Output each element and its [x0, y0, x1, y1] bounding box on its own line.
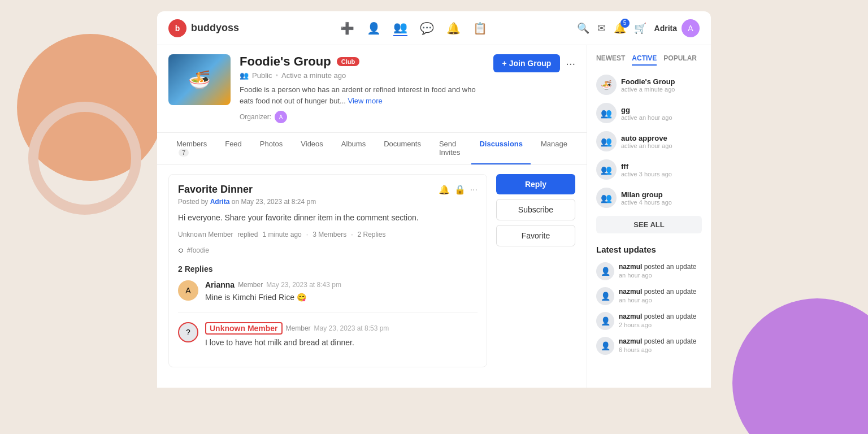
tab-albums[interactable]: Albums [333, 133, 374, 164]
group-list-name-milan[interactable]: Milan group [621, 190, 702, 199]
user-name: Adrita [654, 24, 677, 33]
see-all-button[interactable]: SEE ALL [596, 216, 702, 233]
post-footer: Unknown Member replied 1 minute ago · 3 … [178, 231, 478, 238]
group-list-name-fff[interactable]: fff [621, 162, 702, 171]
group-list-avatar-milan: 👥 [596, 188, 617, 208]
visibility-icon: 👥 [240, 71, 249, 80]
replies-count: 2 Replies [358, 231, 386, 238]
profile-icon[interactable]: 👤 [367, 21, 381, 35]
replies-title: 2 Replies [178, 264, 478, 274]
reply-role-unknown: Member [286, 324, 311, 332]
favorite-button[interactable]: Favorite [496, 225, 575, 246]
organizer-avatar: A [275, 111, 287, 123]
group-list-item-gg: 👥 gg active an hour ago [596, 103, 702, 123]
notification-icon[interactable]: 🔔 5 [614, 22, 626, 34]
tab-send-invites[interactable]: Send Invites [431, 133, 469, 164]
navbar: b buddyoss ➕ 👤 👥 💬 🔔 📋 🔍 ✉ 🔔 5 🛒 Adrita … [157, 11, 711, 45]
reply-date-unknown: May 23, 2023 at 8:53 pm [314, 324, 389, 332]
join-group-button[interactable]: + Join Group [493, 54, 561, 72]
group-list-time-autoapprove: active an hour ago [621, 142, 702, 149]
user-avatar: A [682, 19, 700, 37]
group-list-time-fff: active 3 hours ago [621, 171, 702, 177]
main-wrapper: b buddyoss ➕ 👤 👥 💬 🔔 📋 🔍 ✉ 🔔 5 🛒 Adrita … [0, 0, 868, 388]
notification-badge: 5 [620, 19, 630, 28]
update-item-3: 👤 nazmul posted an update 2 hours ago [596, 312, 702, 330]
tab-discussions[interactable]: Discussions [471, 133, 531, 164]
reply-author-name: Arianna [205, 280, 235, 289]
group-list-avatar-foodie: 🍜 [596, 75, 617, 95]
post-author-link[interactable]: Adrita [210, 198, 230, 206]
add-icon[interactable]: ➕ [340, 21, 354, 35]
replied-by: Unknown Member [178, 231, 233, 238]
post-title-icons: 🔔 🔒 ··· [439, 184, 478, 195]
post-title-row: Favorite Dinner 🔔 🔒 ··· [178, 184, 478, 196]
post-tag[interactable]: #foodie [187, 245, 209, 255]
active-time: Active a minute ago [281, 71, 346, 80]
nav-icons: ➕ 👤 👥 💬 🔔 📋 [259, 20, 568, 36]
reply-button[interactable]: Reply [496, 174, 575, 194]
group-list-info-fff: fff active 3 hours ago [621, 162, 702, 177]
reply-role: Member [238, 281, 263, 289]
groups-icon[interactable]: 👥 [393, 20, 407, 36]
discussion-main: Favorite Dinner 🔔 🔒 ··· Posted by Adrita… [168, 174, 487, 367]
update-avatar-4: 👤 [596, 337, 614, 355]
lock-icon[interactable]: 🔒 [454, 184, 466, 195]
bell-post-icon[interactable]: 🔔 [439, 184, 450, 195]
group-list-info-foodie: Foodie's Group active a minute ago [621, 77, 702, 93]
reply-avatar-arianna: A [178, 280, 198, 301]
tab-photos[interactable]: Photos [252, 133, 290, 164]
nav-right: 🔍 ✉ 🔔 5 🛒 Adrita A [577, 19, 700, 37]
discussion-sidebar: Reply Subscribe Favorite [496, 174, 575, 367]
group-list-item-foodie: 🍜 Foodie's Group active a minute ago [596, 75, 702, 95]
cart-icon[interactable]: 🛒 [634, 22, 646, 34]
group-list-time-milan: active 4 hours ago [621, 199, 702, 206]
reply-item: A Arianna Member May 23, 2023 at 8:43 pm… [178, 280, 478, 303]
reply-author-name-unknown: Unknown Member [205, 322, 283, 335]
tab-members[interactable]: Members 7 [168, 133, 215, 164]
group-list-info-gg: gg active an hour ago [621, 106, 702, 121]
right-sidebar: NEWEST ACTIVE POPULAR 🍜 Foodie's Group a… [587, 45, 711, 388]
more-options-button[interactable]: ··· [566, 57, 575, 70]
replies-section: 2 Replies A Arianna Member May 23, 2023 … [178, 264, 478, 349]
update-text-3: nazmul posted an update 2 hours ago [619, 312, 696, 328]
reply-date: May 23, 2023 at 8:43 pm [266, 281, 341, 289]
documents-icon[interactable]: 📋 [473, 21, 487, 35]
group-list-name-autoapprove[interactable]: auto approve [621, 134, 702, 142]
replied-label: replied [237, 231, 258, 238]
group-list-info-milan: Milan group active 4 hours ago [621, 190, 702, 206]
post-title: Favorite Dinner [178, 184, 253, 196]
sidebar-filter-tabs: NEWEST ACTIVE POPULAR [596, 54, 702, 66]
main-panel: 🍜 Foodie's Group Club 👥 Public • Active … [157, 45, 587, 388]
sidebar-tab-popular[interactable]: POPULAR [663, 54, 697, 66]
view-more-link[interactable]: View more [348, 97, 383, 105]
search-icon[interactable]: 🔍 [577, 22, 589, 34]
post-meta: Posted by Adrita on May 23, 2023 at 8:24… [178, 198, 478, 206]
meta-dot: • [275, 71, 278, 80]
sidebar-tab-newest[interactable]: NEWEST [596, 54, 625, 66]
sidebar-tab-active[interactable]: ACTIVE [632, 54, 657, 66]
group-list-info-autoapprove: auto approve active an hour ago [621, 134, 702, 149]
group-list-name[interactable]: Foodie's Group [621, 77, 702, 86]
tab-manage[interactable]: Manage [533, 133, 575, 164]
logo-area: b buddyoss [168, 19, 239, 37]
activity-icon[interactable]: 🔔 [446, 21, 461, 35]
discussion-layout: Favorite Dinner 🔔 🔒 ··· Posted by Adrita… [157, 165, 587, 376]
tab-documents[interactable]: Documents [376, 133, 429, 164]
tab-videos[interactable]: Videos [293, 133, 331, 164]
inbox-icon[interactable]: ✉ [597, 22, 606, 34]
reply-body-unknown: Unknown Member Member May 23, 2023 at 8:… [205, 322, 478, 349]
reply-avatar-unknown: ? [178, 322, 198, 342]
latest-updates-title: Latest updates [596, 245, 702, 254]
user-area[interactable]: Adrita A [654, 19, 700, 37]
group-list-avatar-fff: 👥 [596, 159, 617, 180]
reply-divider [178, 313, 478, 313]
group-list-time-gg: active an hour ago [621, 114, 702, 121]
reply-content-unknown: I love to have hot milk and bread at din… [205, 337, 478, 349]
update-item-4: 👤 nazmul posted an update 6 hours ago [596, 337, 702, 355]
organizer-label: Organizer: [240, 113, 271, 121]
group-list-name-gg[interactable]: gg [621, 106, 702, 114]
post-more-icon[interactable]: ··· [470, 185, 478, 195]
messages-icon[interactable]: 💬 [420, 21, 434, 35]
subscribe-button[interactable]: Subscribe [496, 199, 575, 220]
tab-feed[interactable]: Feed [217, 133, 250, 164]
